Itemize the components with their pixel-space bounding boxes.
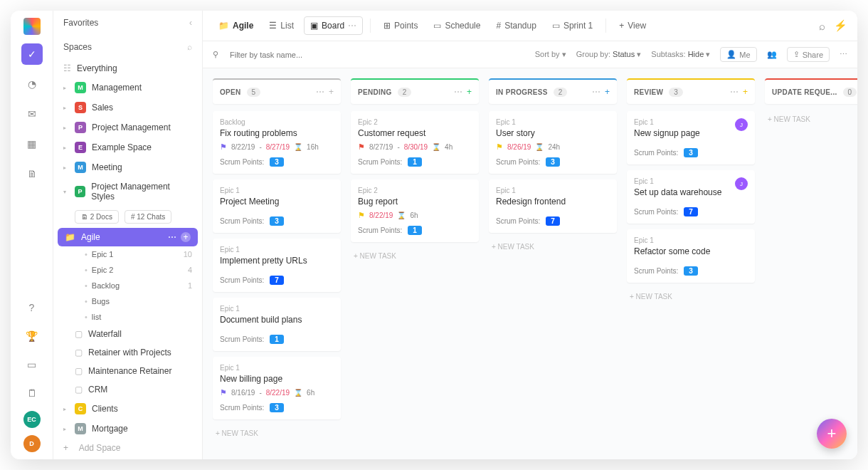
view-board[interactable]: ▣ Board ⋯ (304, 16, 363, 35)
add-task-icon[interactable]: + (329, 87, 334, 97)
active-folder-agile[interactable]: 📁 Agile ⋯+ (58, 228, 198, 246)
tasks-icon[interactable]: ✓ (21, 43, 43, 65)
list-epic-2[interactable]: •Epic 24 (53, 262, 202, 278)
dashboards-icon[interactable]: ▦ (21, 133, 43, 155)
task-card[interactable]: Epic 1 Implement pretty URLs Scrum Point… (213, 239, 341, 292)
assignee-avatar[interactable]: J (735, 118, 748, 131)
folder-retainer-with-projects[interactable]: ▢Retainer with Projects (53, 343, 202, 362)
list-list[interactable]: •list (53, 309, 202, 325)
folder-maintenance-retainer[interactable]: ▢Maintenance Retainer (53, 362, 202, 380)
add-icon[interactable]: + (181, 232, 191, 242)
more-icon[interactable]: ⋯ (454, 87, 462, 97)
column-header[interactable]: PENDING 2 ⋯+ (351, 78, 479, 104)
add-view-button[interactable]: + View (613, 17, 652, 34)
view-schedule[interactable]: ▭ Schedule (428, 17, 486, 34)
favorites-header[interactable]: Favorites‹ (53, 11, 202, 35)
card-epic: Epic 1 (220, 187, 334, 194)
help-icon[interactable]: ? (21, 297, 43, 318)
search-icon[interactable]: ⌕ (819, 20, 825, 32)
add-task-icon[interactable]: + (743, 87, 748, 97)
collapse-icon[interactable]: ‹ (189, 18, 192, 28)
add-space-button[interactable]: + Add Space (53, 439, 202, 457)
automation-icon[interactable]: ⚡ (834, 19, 847, 32)
docs-icon[interactable]: 🗎 (21, 163, 43, 184)
task-card[interactable]: Epic 1 Refactor some code Scrum Points:3 (627, 229, 755, 283)
column-header[interactable]: IN PROGRESS 2 ⋯+ (489, 78, 617, 104)
space-mortgage[interactable]: ▸MMortgage (53, 419, 202, 439)
start-date: 8/27/19 (369, 143, 393, 151)
task-card[interactable]: Epic 1 New signup page J Scrum Points:3 (627, 111, 755, 164)
more-icon[interactable]: ⋯ (840, 50, 847, 59)
add-task-icon[interactable]: + (467, 87, 472, 97)
view-list[interactable]: ☰ List (263, 17, 300, 34)
task-card[interactable]: Epic 1 Set up data warehouse J Scrum Poi… (627, 170, 755, 224)
search-icon[interactable]: ⌕ (187, 42, 192, 52)
task-card[interactable]: Epic 2 Bug report ⚑ 8/22/19 ⌛6h Scrum Po… (351, 179, 479, 242)
view-points[interactable]: ⊞ Points (378, 17, 423, 34)
view-standup[interactable]: # Standup (490, 17, 541, 34)
user-avatar-2[interactable]: D (23, 435, 41, 452)
card-epic: Epic 1 (496, 187, 610, 194)
docs-chip[interactable]: 🗎 2 Docs (75, 210, 119, 224)
view-sprint[interactable]: ▭ Sprint 1 (546, 17, 598, 34)
space-project-management[interactable]: ▸ P Project Management (53, 118, 202, 137)
new-task-button[interactable]: + NEW TASK (213, 425, 341, 442)
task-card[interactable]: Backlog Fix routing problems ⚑ 8/22/19- … (213, 111, 341, 174)
task-card[interactable]: Epic 2 Customer request ⚑ 8/27/19- 8/30/… (351, 111, 479, 174)
column-header[interactable]: OPEN 5 ⋯+ (213, 78, 341, 104)
everything-item[interactable]: ☷Everything (53, 59, 202, 78)
assignee-avatar[interactable]: J (735, 177, 748, 190)
notepad-icon[interactable]: 🗒 (21, 382, 43, 404)
column-header[interactable]: UPDATE REQUE... 0 ⋯+ (765, 78, 857, 104)
task-card[interactable]: Epic 1 User story ⚑ 8/26/19 ⌛24h Scrum P… (489, 111, 617, 174)
me-filter[interactable]: 👤 Me (720, 47, 756, 62)
space-clients[interactable]: ▸CClients (53, 399, 202, 419)
app-logo[interactable] (23, 18, 41, 35)
task-card[interactable]: Epic 1 Document build plans Scrum Points… (213, 298, 341, 351)
subtasks-button[interactable]: Subtasks: Hide ▾ (651, 50, 710, 59)
assignee-icon[interactable]: 👥 (767, 50, 777, 59)
hourglass-icon: ⌛ (432, 143, 440, 151)
space-meeting[interactable]: ▸ M Meeting (53, 157, 202, 177)
scrum-points-badge: 1 (270, 335, 284, 344)
task-card[interactable]: Epic 1 New billing page ⚑ 8/16/19- 8/22/… (213, 357, 341, 419)
new-task-button[interactable]: + NEW TASK (489, 239, 617, 255)
new-task-button[interactable]: + NEW TASK (627, 288, 755, 305)
folder-waterfall[interactable]: ▢Waterfall (53, 325, 202, 343)
column-header[interactable]: REVIEW 3 ⋯+ (627, 78, 755, 104)
goals-icon[interactable]: 🏆 (21, 325, 43, 347)
space-example-space[interactable]: ▸ E Example Space (53, 137, 202, 157)
flag-icon: ⚑ (358, 142, 365, 152)
new-task-button[interactable]: + NEW TASK (765, 111, 857, 127)
column-open: OPEN 5 ⋯+ Backlog Fix routing problems ⚑… (213, 78, 341, 449)
new-task-button[interactable]: + NEW TASK (351, 248, 479, 264)
space-sales[interactable]: ▸ S Sales (53, 98, 202, 118)
sort-button[interactable]: Sort by ▾ (535, 50, 566, 59)
breadcrumb[interactable]: 📁 Agile (213, 17, 259, 34)
filter-input[interactable] (230, 51, 358, 59)
share-button[interactable]: ⇪ Share (787, 47, 830, 62)
more-icon[interactable]: ⋯ (730, 87, 739, 97)
space-management[interactable]: ▸ M Management (53, 78, 202, 98)
list-backlog[interactable]: •Backlog1 (53, 278, 202, 293)
group-button[interactable]: Group by: Status ▾ (576, 50, 642, 59)
create-fab[interactable]: + (817, 419, 847, 449)
more-icon[interactable]: ⋯ (316, 87, 324, 97)
more-icon[interactable]: ⋯ (168, 232, 176, 242)
list-bugs[interactable]: •Bugs (53, 293, 202, 309)
task-card[interactable]: Epic 1 Project Meeting Scrum Points:3 (213, 179, 341, 233)
card-title: Fix routing problems (220, 128, 334, 138)
filter-icon[interactable]: ⚲ (213, 50, 218, 59)
task-card[interactable]: Epic 1 Redesign frontend Scrum Points:7 (489, 179, 617, 233)
inbox-icon[interactable]: ✉ (21, 103, 43, 125)
briefcase-icon[interactable]: ▭ (21, 354, 43, 375)
folder-crm[interactable]: ▢CRM (53, 380, 202, 399)
estimate: 24h (548, 143, 560, 151)
add-task-icon[interactable]: + (605, 87, 610, 97)
more-icon[interactable]: ⋯ (592, 87, 600, 97)
notifications-icon[interactable]: ◔ (21, 73, 43, 95)
chats-chip[interactable]: # 12 Chats (125, 210, 171, 224)
user-avatar-1[interactable]: EC (23, 411, 41, 428)
space-project-management-styles[interactable]: ▾ P Project Management Styles (53, 177, 202, 206)
list-epic-1[interactable]: •Epic 110 (53, 246, 202, 262)
